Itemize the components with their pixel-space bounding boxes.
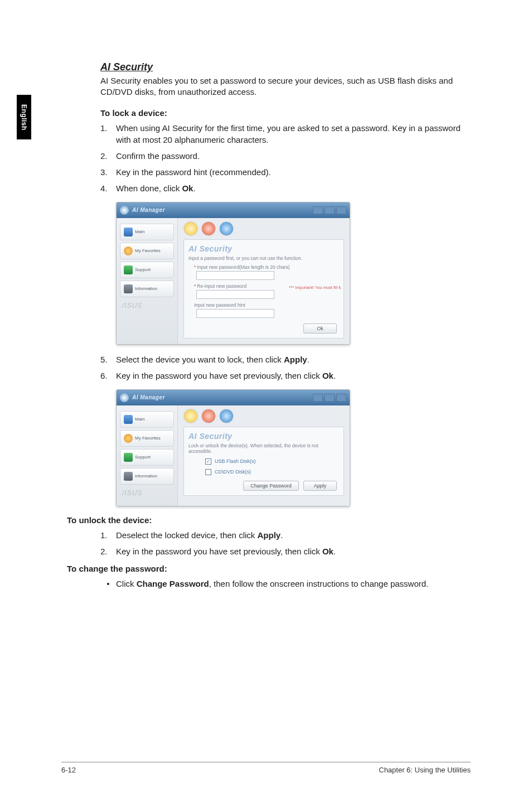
sidebar-item-main[interactable]: Main (120, 411, 174, 428)
round-icon[interactable] (183, 409, 198, 423)
toolbar-icons (183, 221, 344, 236)
app-icon (120, 393, 129, 402)
hint-label: Input new password hint (194, 302, 339, 308)
lock-steps: 1.When using AI Security for the first t… (100, 122, 471, 194)
panel-title: AI Security (188, 432, 339, 441)
required-note: *** Important! You must fill it. (289, 285, 342, 290)
screenshot-2: AI Manager Main My Favorites Support Inf… (116, 389, 471, 506)
hint-input[interactable] (196, 309, 274, 318)
chapter-label: Chapter 6: Using the Utilities (379, 766, 471, 774)
round-icon[interactable] (201, 409, 216, 423)
page-number: 6-12 (61, 766, 76, 774)
section-title: AI Security (100, 61, 471, 73)
bullet-marker: • (100, 578, 116, 590)
intro-paragraph: AI Security enables you to set a passwor… (100, 75, 471, 98)
language-tab: English (17, 95, 31, 139)
password-input[interactable] (196, 271, 274, 280)
confirm-input[interactable] (196, 290, 274, 299)
sidebar-item-information[interactable]: Information (120, 281, 174, 297)
lock-steps-continued: 5.Select the device you want to lock, th… (100, 354, 471, 381)
change-heading: To change the password: (67, 564, 471, 573)
security-panel: AI Security Input a password first, or y… (183, 239, 344, 339)
sidebar-item-support[interactable]: Support (120, 262, 174, 278)
step-text: Key in the password hint (recommended). (116, 166, 271, 178)
step-number: 1. (100, 529, 116, 541)
round-icon[interactable] (219, 221, 234, 236)
step-number: 3. (100, 166, 116, 178)
security-panel: AI Security Lock or unlock the device(s)… (183, 427, 344, 496)
sidebar-item-information[interactable]: Information (120, 468, 174, 485)
step-text: When using AI Security for the first tim… (116, 122, 471, 146)
information-icon (124, 472, 133, 481)
panel-title: AI Security (188, 244, 339, 253)
change-password-button[interactable]: Change Password (243, 481, 299, 491)
close-button[interactable] (336, 394, 346, 402)
checkbox-icon (205, 469, 211, 475)
brand-text: /ISUS (117, 489, 177, 497)
unlock-steps: 1.Deselect the locked device, then click… (100, 529, 471, 557)
window-titlebar: AI Manager (117, 390, 350, 405)
ok-button[interactable]: Ok (303, 323, 337, 334)
favorites-icon (124, 434, 133, 443)
round-icon[interactable] (219, 409, 234, 423)
app-icon (120, 206, 129, 215)
toolbar-icons (183, 409, 344, 423)
maximize-button[interactable] (325, 206, 335, 214)
support-icon (124, 265, 133, 274)
usb-checkbox-row[interactable]: ✓USB Flash Disk(s) (205, 458, 339, 465)
step-number: 1. (100, 122, 116, 146)
window-title: AI Manager (132, 394, 311, 400)
step-text: Deselect the locked device, then click A… (116, 529, 283, 541)
step-number: 2. (100, 545, 116, 557)
step-number: 4. (100, 182, 116, 194)
panel-hint: Lock or unlock the device(s). When selec… (188, 443, 339, 454)
minimize-button[interactable] (313, 394, 323, 402)
step-text: Confirm the password. (116, 150, 200, 162)
screenshot-1: AI Manager Main My Favorites Support Inf… (116, 202, 471, 345)
checkbox-checked-icon: ✓ (205, 458, 211, 465)
apply-button[interactable]: Apply (303, 481, 337, 491)
step-text: Select the device you want to lock, then… (116, 354, 309, 365)
round-icon[interactable] (201, 221, 216, 236)
window-titlebar: AI Manager (117, 202, 350, 218)
step-number: 5. (100, 354, 116, 365)
change-bullets: •Click Change Password, then follow the … (100, 578, 471, 590)
main-icon (124, 228, 133, 236)
sidebar-item-main[interactable]: Main (120, 224, 174, 240)
step-text: Key in the password you have set previou… (116, 370, 336, 381)
step-text: Key in the password you have set previou… (116, 545, 336, 557)
round-icon[interactable] (183, 221, 198, 236)
cddvd-checkbox-row[interactable]: CD\DVD Disk(s) (205, 469, 339, 475)
bullet-text: Click Change Password, then follow the o… (116, 578, 428, 590)
information-icon (124, 284, 133, 293)
password-label: *Input new password(Max length is 20 cha… (194, 264, 339, 270)
support-icon (124, 453, 133, 462)
brand-text: /ISUS (117, 302, 177, 310)
maximize-button[interactable] (325, 394, 335, 402)
window-sidebar: Main My Favorites Support Information /I… (117, 218, 178, 344)
sidebar-item-favorites[interactable]: My Favorites (120, 430, 174, 447)
main-icon (124, 415, 133, 424)
sidebar-item-favorites[interactable]: My Favorites (120, 243, 174, 259)
window-sidebar: Main My Favorites Support Information /I… (117, 405, 178, 506)
unlock-heading: To unlock the device: (67, 515, 471, 525)
lock-heading: To lock a device: (100, 108, 471, 118)
favorites-icon (124, 247, 133, 255)
step-number: 6. (100, 370, 116, 381)
page-footer: 6-12 Chapter 6: Using the Utilities (61, 762, 471, 774)
step-number: 2. (100, 150, 116, 162)
step-text: When done, click Ok. (116, 182, 196, 194)
minimize-button[interactable] (313, 206, 323, 214)
close-button[interactable] (336, 206, 346, 214)
sidebar-item-support[interactable]: Support (120, 449, 174, 466)
panel-hint: Input a password first, or you can not u… (188, 255, 339, 261)
window-title: AI Manager (132, 207, 311, 213)
